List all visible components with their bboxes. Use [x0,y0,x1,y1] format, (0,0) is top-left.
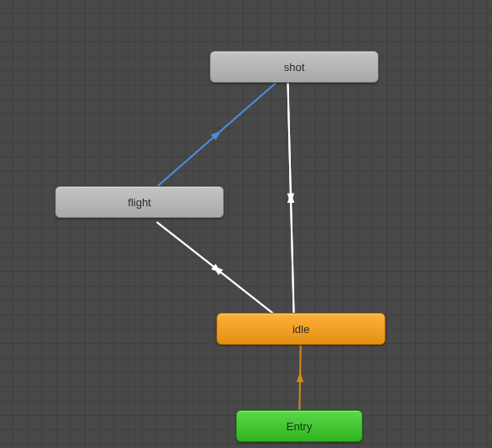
transition-edge[interactable] [156,222,277,317]
transition-arrowhead-icon [211,264,222,273]
state-label: Entry [287,421,312,432]
transition-edge[interactable] [299,345,300,410]
transition-edge[interactable] [287,83,293,313]
state-node-shot[interactable]: shot [210,51,379,83]
state-node-flight[interactable]: flight [55,186,224,218]
transition-arrowhead-icon [211,130,221,139]
state-label: flight [128,197,150,208]
state-node-idle[interactable]: idle [216,313,385,345]
state-node-entry[interactable]: Entry [236,410,363,442]
transition-arrowhead-icon [287,192,294,203]
transition-edge[interactable] [158,83,276,186]
transition-arrowhead-icon [297,372,303,383]
transition-arrowhead-icon [212,265,223,275]
state-label: idle [292,324,309,335]
animator-graph-canvas[interactable]: shot flight idle Entry [0,0,492,448]
transition-edge[interactable] [156,222,277,317]
transition-edge[interactable] [287,83,293,313]
state-label: shot [284,62,305,73]
transition-arrowhead-icon [287,193,294,204]
